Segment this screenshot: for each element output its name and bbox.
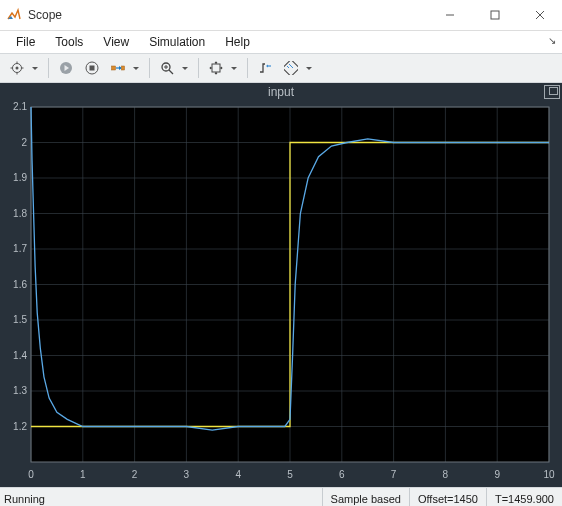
separator: [198, 58, 199, 78]
close-button[interactable]: [517, 0, 562, 30]
trigger-icon: [258, 61, 272, 75]
ruler-icon: [284, 61, 298, 75]
svg-rect-21: [212, 64, 220, 72]
svg-rect-13: [90, 66, 95, 71]
svg-text:1.9: 1.9: [13, 172, 27, 183]
svg-marker-28: [215, 61, 218, 63]
status-offset: Offset=1450: [409, 488, 486, 506]
scope-area: input 0123456789101.21.31.41.51.61.71.81…: [0, 83, 562, 487]
svg-text:1.7: 1.7: [13, 243, 27, 254]
svg-line-34: [291, 66, 293, 68]
menu-view[interactable]: View: [93, 33, 139, 51]
svg-marker-30: [266, 65, 268, 68]
titlebar: Scope: [0, 0, 562, 31]
svg-text:1.8: 1.8: [13, 208, 27, 219]
minimize-button[interactable]: [427, 0, 472, 30]
toolbar: [0, 53, 562, 83]
scale-button[interactable]: [205, 57, 241, 79]
svg-rect-31: [284, 61, 298, 75]
svg-text:2: 2: [21, 137, 27, 148]
play-icon: [59, 61, 73, 75]
svg-marker-29: [215, 73, 218, 75]
svg-rect-14: [112, 66, 116, 70]
svg-text:1: 1: [80, 469, 86, 480]
svg-text:3: 3: [184, 469, 190, 480]
svg-marker-26: [209, 67, 211, 70]
run-button[interactable]: [55, 57, 77, 79]
zoom-button[interactable]: [156, 57, 192, 79]
plot-title: input: [0, 85, 562, 99]
stop-icon: [85, 61, 99, 75]
zoom-icon: [160, 61, 174, 75]
svg-line-32: [289, 64, 291, 66]
svg-line-33: [287, 66, 289, 68]
statusbar: Running Sample based Offset=1450 T=1459.…: [0, 487, 562, 506]
svg-text:6: 6: [339, 469, 345, 480]
svg-rect-1: [491, 11, 499, 19]
status-sample-mode: Sample based: [322, 488, 409, 506]
separator: [247, 58, 248, 78]
menu-help[interactable]: Help: [215, 33, 260, 51]
plot[interactable]: 0123456789101.21.31.41.51.61.71.81.922.1: [3, 101, 559, 484]
svg-text:1.6: 1.6: [13, 279, 27, 290]
measure-button[interactable]: [280, 57, 316, 79]
config-button[interactable]: [6, 57, 42, 79]
svg-text:4: 4: [235, 469, 241, 480]
svg-text:10: 10: [543, 469, 555, 480]
menu-file[interactable]: File: [6, 33, 45, 51]
status-time: T=1459.900: [486, 488, 562, 506]
step-button[interactable]: [107, 57, 143, 79]
svg-marker-27: [221, 67, 223, 70]
svg-point-5: [16, 67, 19, 70]
svg-text:1.4: 1.4: [13, 350, 27, 361]
dock-grip-icon[interactable]: ↘: [548, 35, 556, 46]
svg-text:5: 5: [287, 469, 293, 480]
gear-icon: [10, 61, 24, 75]
menu-simulation[interactable]: Simulation: [139, 33, 215, 51]
window-title: Scope: [28, 8, 427, 22]
matlab-icon: [6, 7, 22, 23]
svg-text:1.5: 1.5: [13, 314, 27, 325]
svg-text:2: 2: [132, 469, 138, 480]
svg-text:2.1: 2.1: [13, 101, 27, 112]
separator: [149, 58, 150, 78]
svg-text:7: 7: [391, 469, 397, 480]
svg-text:8: 8: [443, 469, 449, 480]
triggers-button[interactable]: [254, 57, 276, 79]
svg-rect-16: [122, 66, 125, 70]
svg-line-18: [169, 70, 173, 74]
status-state: Running: [0, 493, 322, 505]
scale-icon: [209, 61, 223, 75]
svg-text:1.3: 1.3: [13, 385, 27, 396]
step-icon: [111, 61, 125, 75]
svg-text:0: 0: [28, 469, 34, 480]
view-restore-button[interactable]: [544, 85, 560, 99]
maximize-button[interactable]: [472, 0, 517, 30]
menu-tools[interactable]: Tools: [45, 33, 93, 51]
menubar: File Tools View Simulation Help ↘: [0, 31, 562, 53]
separator: [48, 58, 49, 78]
svg-text:1.2: 1.2: [13, 421, 27, 432]
svg-text:9: 9: [494, 469, 500, 480]
stop-button[interactable]: [81, 57, 103, 79]
